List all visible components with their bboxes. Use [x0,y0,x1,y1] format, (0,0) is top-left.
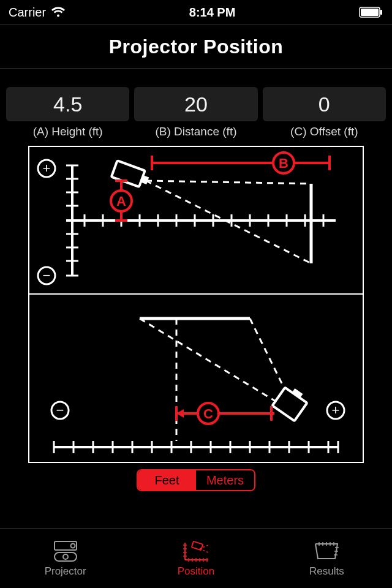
distance-input[interactable]: 20 [134,87,257,121]
svg-rect-2 [361,9,379,16]
diagram-svg: + − B A [29,147,363,459]
status-bar: Carrier 8:14 PM [0,0,392,24]
distance-label: (B) Distance (ft) [155,125,236,138]
units-meters-button[interactable]: Meters [196,470,254,490]
offset-label: (C) Offset (ft) [290,125,358,138]
results-icon [312,540,341,563]
tab-results-label: Results [309,565,344,578]
carrier-label: Carrier [9,6,46,20]
svg-line-92 [200,549,208,552]
svg-text:B: B [279,156,288,171]
tab-position[interactable]: Position [130,529,261,588]
svg-line-64 [140,318,281,404]
projector-icon [51,540,80,563]
units-toggle[interactable]: Feet Meters [137,469,255,491]
svg-line-93 [200,545,208,549]
page-title: Projector Position [109,36,284,58]
svg-rect-31 [111,160,145,187]
page-header: Projector Position [0,24,392,69]
value-row: 4.5 (A) Height (ft) 20 (B) Distance (ft)… [0,69,392,138]
tab-projector-label: Projector [45,565,86,578]
svg-rect-75 [55,541,77,550]
svg-point-78 [63,554,68,559]
svg-text:+: + [332,402,340,418]
units-feet-button[interactable]: Feet [138,470,196,490]
wifi-icon [51,7,66,18]
status-bar-time: 8:14 PM [189,6,236,20]
tab-results[interactable]: Results [262,529,392,588]
svg-text:+: + [43,160,51,176]
battery-icon [359,7,383,18]
tab-projector[interactable]: Projector [0,529,130,588]
offset-input[interactable]: 0 [263,87,386,121]
svg-text:A: A [116,194,126,209]
svg-line-65 [250,318,285,391]
svg-text:C: C [203,406,213,421]
tab-position-label: Position [178,565,214,578]
height-label: (A) Height (ft) [33,125,103,138]
height-input[interactable]: 4.5 [6,87,129,121]
svg-text:−: − [43,268,51,283]
svg-rect-1 [380,10,382,15]
svg-point-76 [70,543,75,548]
position-diagram: + − B A [28,146,364,463]
svg-text:−: − [56,402,64,418]
svg-rect-91 [192,541,203,549]
svg-rect-66 [273,388,307,421]
position-icon [181,540,211,563]
svg-line-33 [146,181,311,184]
tab-bar: Projector Position [0,528,392,588]
